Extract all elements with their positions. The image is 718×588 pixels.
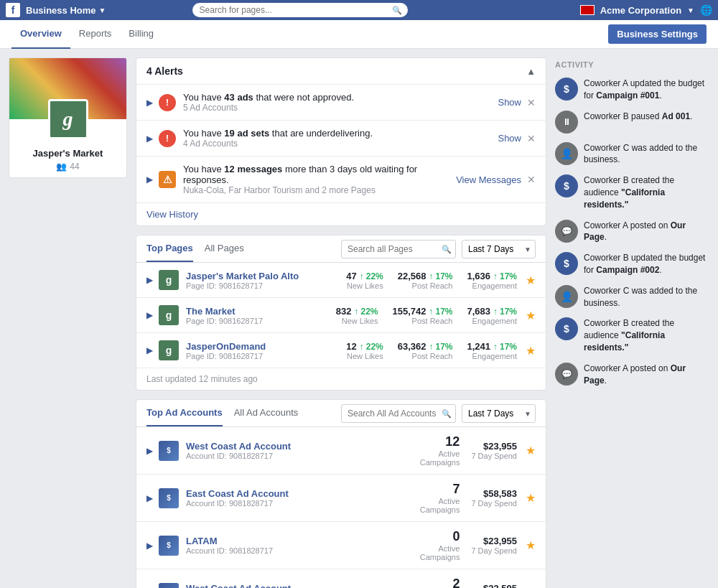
alert-sub-3: Nuka-Cola, Far Harbor Tourism and 2 more… <box>183 185 450 195</box>
tab-billing[interactable]: Billing <box>120 20 162 49</box>
page-name-1[interactable]: Jasper's Market Palo Alto <box>186 271 346 281</box>
ad-spend-4: $23,595 7 Day Spend <box>471 583 517 588</box>
alert-show-button-2[interactable]: Show <box>498 133 521 144</box>
activity-avatar-4: $ <box>555 174 578 197</box>
ad-account-name-1[interactable]: West Coast Ad Account <box>186 441 420 452</box>
business-settings-button[interactable]: Business Settings <box>608 24 707 44</box>
alert-close-button-3[interactable]: ✕ <box>527 174 536 185</box>
ad-info-3: LATAM Account ID: 9081828717 <box>186 536 420 555</box>
page-info-1: Jasper's Market Palo Alto Page ID: 90816… <box>186 271 346 290</box>
alert-sub-2: 4 Ad Accounts <box>183 139 492 149</box>
ad-account-star-button-3[interactable]: ★ <box>526 538 536 552</box>
page-row-expand-1[interactable]: ▶ <box>146 275 153 285</box>
business-home-label[interactable]: Business Home ▼ <box>26 5 106 16</box>
activity-header: ACTIVITY <box>555 57 709 72</box>
page-star-button-2[interactable]: ★ <box>526 309 536 322</box>
page-stat-engagement-1: 1,636 ↑ 17% Engagement <box>467 271 517 290</box>
tab-reports[interactable]: Reports <box>70 20 121 49</box>
tab-overview[interactable]: Overview <box>11 20 70 49</box>
ad-account-name-4[interactable]: West Coast Ad Account <box>186 583 420 588</box>
activity-avatar-5: 💬 <box>555 220 578 243</box>
ad-account-row-2: ▶ $ East Coast Ad Account Account ID: 90… <box>136 475 546 522</box>
page-row-2: ▶ g The Market Page ID: 9081628717 832 ↑… <box>136 298 546 333</box>
top-search: 🔍 <box>192 3 408 17</box>
alert-expand-icon-1[interactable]: ▶ <box>146 98 153 108</box>
pages-date-filter-wrap: Last 7 Days Last 30 Days ▼ <box>462 240 536 258</box>
alert-error-icon-1: ! <box>159 94 176 111</box>
activity-item-2: ⏸ Coworker B paused Ad 001. <box>555 111 709 134</box>
activity-avatar-9: 💬 <box>555 363 578 386</box>
page-stat-likes-1: 47 ↑ 22% New Likes <box>346 271 383 290</box>
ad-spend-1: $23,955 7 Day Spend <box>471 441 517 460</box>
alert-close-button-1[interactable]: ✕ <box>527 97 536 108</box>
ad-account-name-2[interactable]: East Coast Ad Account <box>186 488 420 499</box>
ad-account-star-button-2[interactable]: ★ <box>526 491 536 505</box>
alert-view-messages-button[interactable]: View Messages <box>456 174 521 185</box>
profile-name: Jasper's Market <box>15 148 121 159</box>
page-name-2[interactable]: The Market <box>186 306 336 317</box>
view-history-link[interactable]: View History <box>146 209 198 220</box>
alert-expand-icon-3[interactable]: ▶ <box>146 174 153 185</box>
alert-item-1: ▶ ! You have 43 ads that were not approv… <box>136 85 546 121</box>
activity-item-5: 💬 Coworker A posted on Our Page. <box>555 220 709 244</box>
alert-show-button-1[interactable]: Show <box>498 97 521 108</box>
ad-campaigns-4: 2 ActiveCampaigns <box>420 577 460 588</box>
page-row-expand-2[interactable]: ▶ <box>146 310 153 320</box>
page-thumb-3: g <box>159 340 179 360</box>
globe-icon[interactable]: 🌐 <box>700 4 712 16</box>
page-star-button-1[interactable]: ★ <box>526 274 536 287</box>
activity-text-6: Coworker B updated the budget for Campai… <box>584 252 709 276</box>
pages-search-wrap: 🔍 <box>341 240 456 258</box>
business-home-caret: ▼ <box>99 6 106 14</box>
page-row-expand-3[interactable]: ▶ <box>146 345 153 355</box>
activity-text-4: Coworker B created the audience "Califor… <box>584 174 709 210</box>
alert-expand-icon-2[interactable]: ▶ <box>146 134 153 144</box>
activity-item-4: $ Coworker B created the audience "Calif… <box>555 174 709 210</box>
ad-account-expand-3[interactable]: ▶ <box>146 541 153 551</box>
ad-account-icon-4: $ <box>159 583 179 589</box>
page-id-3: Page ID: 9081628717 <box>186 352 346 360</box>
ad-accounts-search-input[interactable] <box>341 404 456 423</box>
activity-item-1: $ Coworker A updated the budget for Camp… <box>555 78 709 102</box>
profile-followers: 👥 44 <box>15 162 121 172</box>
ad-account-expand-2[interactable]: ▶ <box>146 493 153 503</box>
ad-account-star-button-1[interactable]: ★ <box>526 444 536 457</box>
tab-all-pages[interactable]: All Pages <box>205 235 244 262</box>
search-input[interactable] <box>192 3 408 17</box>
ad-account-icon-3: $ <box>159 536 179 556</box>
page-info-2: The Market Page ID: 9081628717 <box>186 306 336 325</box>
page-info-3: JasperOnDemand Page ID: 9081628717 <box>186 341 346 360</box>
profile-info: Jasper's Market 👥 44 <box>9 139 126 177</box>
activity-avatar-1: $ <box>555 78 578 101</box>
ad-accounts-date-filter[interactable]: Last 7 Days Last 30 Days <box>462 404 536 423</box>
ad-account-row-3: ▶ $ LATAM Account ID: 9081828717 0 Activ… <box>136 522 546 569</box>
ad-account-expand-1[interactable]: ▶ <box>146 446 153 456</box>
sub-navigation: Overview Reports Billing Business Settin… <box>0 20 718 49</box>
alerts-chevron-icon[interactable]: ▲ <box>526 66 536 77</box>
page-star-button-3[interactable]: ★ <box>526 344 536 358</box>
ad-info-1: West Coast Ad Account Account ID: 908182… <box>186 441 420 460</box>
page-name-3[interactable]: JasperOnDemand <box>186 341 346 352</box>
tab-all-ad-accounts[interactable]: All Ad Accounts <box>234 400 299 426</box>
alert-error-icon-2: ! <box>159 130 176 147</box>
tab-top-pages[interactable]: Top Pages <box>146 235 193 262</box>
alerts-title: 4 Alerts <box>146 65 183 77</box>
page-stats-3: 12 ↑ 22% New Likes 63,362 ↑ 17% Post Rea… <box>346 341 517 360</box>
activity-text-1: Coworker A updated the budget for Campai… <box>584 78 709 102</box>
alert-close-button-2[interactable]: ✕ <box>527 133 536 144</box>
ad-accounts-date-filter-wrap: Last 7 Days Last 30 Days ▼ <box>462 404 536 423</box>
alert-text-1: You have 43 ads that were not approved. … <box>183 92 492 113</box>
tab-top-ad-accounts[interactable]: Top Ad Accounts <box>146 400 223 426</box>
view-history: View History document.querySelector('[da… <box>136 203 546 225</box>
ad-account-row-4: ▶ $ West Coast Ad Account Account ID: 90… <box>136 569 546 588</box>
pages-search-input[interactable] <box>341 240 456 258</box>
activity-text-5: Coworker A posted on Our Page. <box>584 220 709 244</box>
ad-account-name-3[interactable]: LATAM <box>186 536 420 546</box>
page-stat-reach-2: 155,742 ↑ 17% Post Reach <box>393 306 453 325</box>
page-id-1: Page ID: 9081628717 <box>186 281 346 290</box>
ad-account-icon-2: $ <box>159 488 179 508</box>
pages-date-filter[interactable]: Last 7 Days Last 30 Days <box>462 240 536 258</box>
acme-corporation-label[interactable]: Acme Corporation <box>600 5 681 16</box>
activity-avatar-2: ⏸ <box>555 111 578 134</box>
pages-last-updated: Last updated 12 minutes ago <box>136 368 546 390</box>
